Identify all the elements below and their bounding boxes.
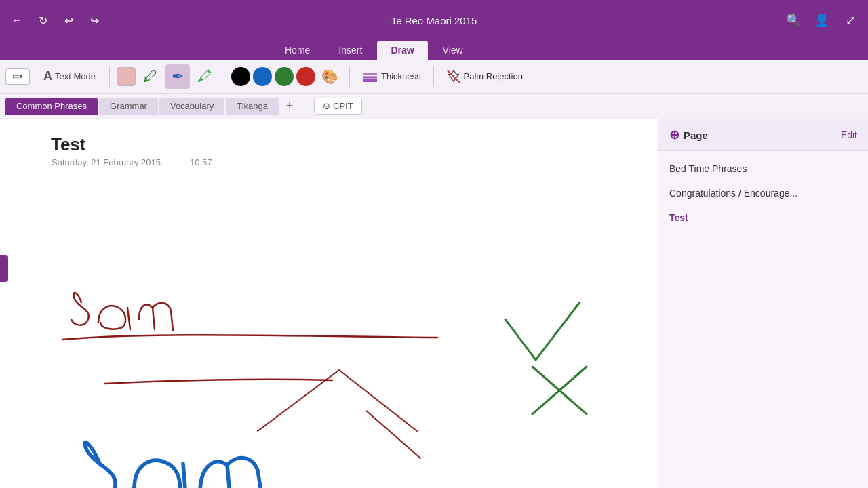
edit-button[interactable]: Edit [841,129,857,140]
thickness-icon [362,71,378,82]
right-panel-header: ⊕ Page Edit [658,119,868,151]
titlebar: ← ↻ ↩ ↪ Te Reo Maori 2015 🔍 👤 ⤢ [0,0,868,41]
handwriting-sam-red [62,293,437,384]
color-tools: 🎨 [231,64,342,89]
pen-tools: 🖊 ✒ 🖍 [117,64,217,89]
toolbar: ▭▾ A Text Mode 🖊 ✒ 🖍 🎨 Thickness [0,60,868,94]
panel-header-left: ⊕ Page [669,127,708,142]
cpit-label: CPIT [333,101,353,111]
text-mode-icon: A [43,69,52,83]
separator-1 [109,66,110,87]
add-section-button[interactable]: + [280,97,299,116]
color-black[interactable] [231,67,250,86]
tab-insert[interactable]: Insert [325,41,376,60]
ribbon-tabs: Home Insert Draw View [0,41,868,60]
tab-grammar[interactable]: Grammar [99,98,158,115]
green-marker-pen[interactable]: 🖊 [138,64,163,89]
tab-draw[interactable]: Draw [377,41,427,60]
drawing-canvas[interactable] [0,119,658,488]
color-blue[interactable] [253,67,272,86]
tab-tikanga[interactable]: Tikanga [226,98,279,115]
checkmark-drawing [505,302,580,360]
cpit-icon: ⊙ [323,101,330,111]
panel-pages: Bed Time Phrases Congratulations / Encou… [658,151,868,235]
back-button[interactable]: ← [7,10,27,30]
add-page-icon[interactable]: ⊕ [669,127,679,142]
tab-view[interactable]: View [429,41,477,60]
color-red[interactable] [296,67,315,86]
separator-4 [433,66,434,87]
pink-swatch[interactable] [117,67,136,86]
cpit-button[interactable]: ⊙ CPIT [314,98,362,115]
triangle-drawing [258,370,420,458]
palm-rejection-button[interactable]: Palm Rejection [441,66,528,87]
app-title: Te Reo Maori 2015 [391,15,477,26]
page-label: Page [684,129,708,141]
page-tabs: Common Phrases Grammar Vocabulary Tikang… [0,94,868,119]
xmark-drawing [532,367,587,414]
search-button[interactable]: 🔍 [783,9,804,31]
tab-home[interactable]: Home [271,41,323,60]
text-mode-label: Text Mode [55,71,96,81]
text-mode-button[interactable]: A Text Mode [37,66,102,86]
account-button[interactable]: 👤 [811,9,833,31]
window-controls: ← ↻ ↩ ↪ [7,10,104,30]
thickness-label: Thickness [381,71,421,81]
palm-rejection-label: Palm Rejection [464,71,523,81]
container-selector[interactable]: ▭▾ [5,68,30,85]
separator-2 [224,66,224,87]
page-item-test[interactable]: Test [658,205,868,230]
main-content: Test Saturday, 21 February 2015 10:57 [0,119,868,488]
green-highlighter[interactable]: 🖍 [193,64,217,89]
page-item-bed-time-phrases[interactable]: Bed Time Phrases [658,157,868,181]
tab-vocabulary[interactable]: Vocabulary [159,98,224,115]
blue-pen[interactable]: ✒ [165,64,190,89]
tab-common-phrases[interactable]: Common Phrases [5,98,98,115]
color-green[interactable] [275,67,294,86]
right-panel: ⊕ Page Edit Bed Time Phrases Congratulat… [658,119,868,488]
sync-button[interactable]: ↻ [33,10,53,30]
right-controls: 🔍 👤 ⤢ [783,9,861,31]
color-palette-button[interactable]: 🎨 [318,64,342,89]
separator-3 [349,66,350,87]
redo-button[interactable]: ↪ [84,10,104,30]
canvas-area[interactable]: Test Saturday, 21 February 2015 10:57 [0,119,658,488]
palm-rejection-icon [446,69,461,84]
undo-button[interactable]: ↩ [58,10,79,30]
thickness-button[interactable]: Thickness [357,68,427,85]
handwriting-sam-blue [85,442,383,488]
page-item-congratulations[interactable]: Congratulations / Encourage... [658,181,868,205]
expand-button[interactable]: ⤢ [840,9,861,31]
